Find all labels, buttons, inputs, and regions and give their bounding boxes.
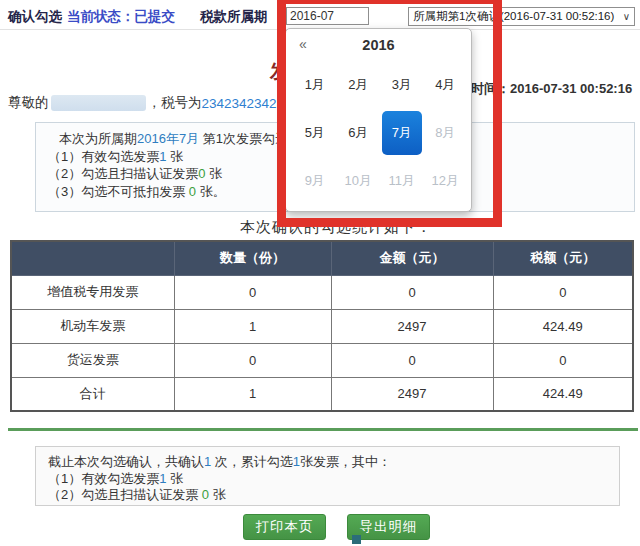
summary-line3-unit: 张 — [209, 487, 226, 502]
summary-line2-text: （1）有效勾选发票 — [48, 471, 159, 486]
chevron-down-icon: ∨ — [623, 11, 630, 22]
summary-line1-a: 截止本次勾选确认，共确认 — [48, 454, 204, 469]
invoice-confirm-page: 确认勾选 当前状态：已提交 税款所属期 所属期第1次确认(2016-07-31 … — [0, 0, 640, 546]
cell-value: 424.49 — [493, 377, 633, 411]
cell-value: 424.49 — [493, 309, 633, 343]
print-page-button[interactable]: 打印本页 — [243, 514, 326, 540]
calendar-month-jun[interactable]: 6月 — [337, 109, 381, 157]
info-line3-unit: 张 — [205, 166, 222, 181]
greeting-suffix: ，税号为 — [148, 94, 202, 112]
calendar-month-aug-disabled: 8月 — [424, 109, 468, 157]
cell-value: 2497 — [331, 377, 493, 411]
info-line3-text: （2）勾选且扫描认证发票 — [48, 166, 198, 181]
confirm-time: 确认时间：2016-07-31 00:52:16 — [445, 80, 632, 98]
cumulative-summary-box: 截止本次勾选确认，共确认1 次，累计勾选1张发票，其中： （1）有效勾选发票1 … — [35, 446, 620, 506]
tax-period-label: 税款所属期 — [200, 8, 268, 26]
cell-value: 0 — [493, 275, 633, 309]
calendar-month-feb[interactable]: 2月 — [337, 61, 381, 109]
month-picker-header: « 2016 — [286, 29, 471, 59]
header-empty — [11, 241, 174, 275]
confirm-batch-select-value: 所属期第1次确认(2016-07-31 00:52:16) — [413, 9, 614, 24]
cell-value: 0 — [493, 343, 633, 377]
info-line4-text: （3）勾选不可抵扣发票 — [48, 184, 189, 199]
summary-line-1: 截止本次勾选确认，共确认1 次，累计勾选1张发票，其中： — [48, 454, 619, 471]
cell-value: 0 — [331, 343, 493, 377]
cell-value: 0 — [331, 275, 493, 309]
cursor-artifact — [352, 535, 361, 544]
table-row-total: 合计 1 2497 424.49 — [11, 377, 633, 411]
summary-invoice-count: 1 — [293, 454, 300, 469]
taxpayer-name-redacted — [51, 95, 146, 111]
greeting-line: 尊敬的 ，税号为 23423423423 — [8, 94, 284, 112]
menu-confirm-check[interactable]: 确认勾选 — [8, 8, 62, 26]
summary-line-3: （2）勾选且扫描认证发票 0 张 — [48, 487, 619, 504]
green-divider — [8, 428, 638, 431]
summary-line3-count: 0 — [202, 487, 209, 502]
table-row: 机动车发票 1 2497 424.49 — [11, 309, 633, 343]
calendar-month-may[interactable]: 5月 — [293, 109, 337, 157]
row-label-motor-vehicle: 机动车发票 — [11, 309, 174, 343]
cell-value: 0 — [174, 343, 331, 377]
top-bar: 确认勾选 当前状态：已提交 税款所属期 所属期第1次确认(2016-07-31 … — [0, 0, 640, 30]
header-tax: 税额（元） — [493, 241, 633, 275]
calendar-month-sep-disabled: 9月 — [293, 157, 337, 205]
info-line1-prefix: 本次为所属期 — [59, 131, 137, 146]
calendar-month-mar[interactable]: 3月 — [380, 61, 424, 109]
row-label-vat-special: 增值税专用发票 — [11, 275, 174, 309]
cell-value: 0 — [174, 275, 331, 309]
calendar-month-oct-disabled: 10月 — [337, 157, 381, 205]
summary-line2-unit: 张 — [166, 471, 183, 486]
row-label-total: 合计 — [11, 377, 174, 411]
cell-value: 2497 — [331, 309, 493, 343]
info-line2-text: （1）有效勾选发票 — [48, 149, 159, 164]
month-grid: 1月 2月 3月 4月 5月 6月 7月 8月 9月 10月 11月 12月 — [293, 61, 467, 205]
info-line1-period: 2016年7月 — [137, 131, 199, 146]
info-line4-unit: 张。 — [196, 184, 226, 199]
confirm-batch-select[interactable]: 所属期第1次确认(2016-07-31 00:52:16) ∨ — [408, 7, 635, 26]
summary-line-2: （1）有效勾选发票1 张 — [48, 471, 619, 488]
calendar-month-jan[interactable]: 1月 — [293, 61, 337, 109]
info-line4-count: 0 — [189, 184, 196, 199]
cell-value: 1 — [174, 377, 331, 411]
cell-value: 1 — [174, 309, 331, 343]
summary-line1-b: 次，累计勾选 — [211, 454, 293, 469]
table-row: 货运发票 0 0 0 — [11, 343, 633, 377]
header-quantity: 数量（份） — [174, 241, 331, 275]
tax-id-value: 23423423423 — [202, 96, 285, 111]
info-line2-unit: 张 — [166, 149, 183, 164]
greeting-prefix: 尊敬的 — [8, 94, 49, 112]
stats-table: 数量（份） 金额（元） 税额（元） 增值税专用发票 0 0 0 机动车发票 1 … — [10, 240, 634, 412]
summary-line3-text: （2）勾选且扫描认证发票 — [48, 487, 202, 502]
header-amount: 金额（元） — [331, 241, 493, 275]
table-row: 增值税专用发票 0 0 0 — [11, 275, 633, 309]
calendar-month-apr[interactable]: 4月 — [424, 61, 468, 109]
status-text: 当前状态：已提交 — [67, 8, 175, 26]
calendar-month-dec-disabled: 12月 — [424, 157, 468, 205]
tax-period-input[interactable] — [286, 7, 369, 25]
calendar-month-jul-selected[interactable]: 7月 — [382, 111, 422, 155]
table-header-row: 数量（份） 金额（元） 税额（元） — [11, 241, 633, 275]
calendar-year: 2016 — [286, 37, 471, 53]
calendar-month-nov-disabled: 11月 — [380, 157, 424, 205]
row-label-freight: 货运发票 — [11, 343, 174, 377]
month-picker-popup: « 2016 1月 2月 3月 4月 5月 6月 7月 8月 9月 10月 11… — [285, 28, 472, 212]
stats-caption: 本次确认的勾选统计如下： — [240, 218, 432, 237]
summary-line1-c: 张发票，其中： — [300, 454, 391, 469]
